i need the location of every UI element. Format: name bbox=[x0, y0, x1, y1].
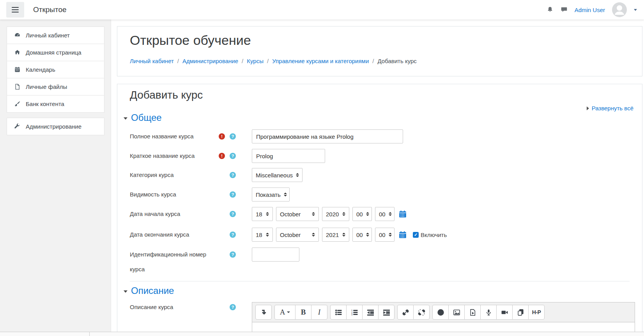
sidebar-item-label: Банк контента bbox=[26, 101, 64, 107]
idnumber-input[interactable] bbox=[252, 248, 299, 262]
toolbar-image-button[interactable] bbox=[448, 305, 465, 320]
moodle-add-course-page: Открытое Admin User bbox=[0, 0, 644, 336]
shortname-input[interactable] bbox=[252, 149, 325, 163]
home-icon bbox=[14, 49, 21, 56]
section-general-header[interactable]: Общее bbox=[124, 112, 162, 123]
startdate-day-select[interactable]: 18 bbox=[252, 207, 273, 221]
section-description-header[interactable]: Описание bbox=[124, 285, 174, 296]
sidebar-item-private-files[interactable]: Личные файлы bbox=[7, 78, 104, 95]
visibility-select[interactable]: Показать bbox=[252, 187, 290, 202]
file-icon bbox=[14, 83, 21, 90]
breadcrumb-separator: / bbox=[267, 58, 269, 64]
toolbar-bold-button[interactable]: B bbox=[295, 305, 311, 320]
toolbar-outdent-button[interactable] bbox=[362, 305, 379, 320]
description-textarea[interactable] bbox=[252, 322, 635, 332]
toolbar-italic-button[interactable]: I bbox=[311, 305, 327, 320]
atto-editor: A B I bbox=[252, 302, 635, 332]
section-divider bbox=[130, 281, 630, 281]
expand-all-link[interactable]: Развернуть всё bbox=[587, 105, 633, 111]
startdate-month-select[interactable]: October bbox=[276, 207, 319, 221]
enddate-enable-checkbox[interactable]: ✓ Включить bbox=[413, 232, 447, 238]
enddate-year-select[interactable]: 2021 bbox=[322, 228, 349, 242]
fullname-input[interactable] bbox=[252, 129, 403, 143]
help-icon[interactable]: ? bbox=[230, 211, 236, 217]
breadcrumb-link-manage-courses[interactable]: Управление курсами и категориями bbox=[272, 58, 369, 64]
toolbar-unlink-button[interactable] bbox=[413, 305, 430, 320]
collapse-arrow-down-icon bbox=[260, 309, 267, 316]
enddate-minute-select[interactable]: 00 bbox=[375, 228, 395, 242]
toolbar-media-button[interactable] bbox=[464, 305, 481, 320]
select-arrows-icon bbox=[342, 233, 345, 237]
toolbar-emoji-button[interactable] bbox=[432, 305, 449, 320]
toolbar-link-button[interactable] bbox=[397, 305, 414, 320]
breadcrumb-link-dashboard[interactable]: Личный кабинет bbox=[130, 58, 174, 64]
notifications-bell-icon[interactable] bbox=[547, 6, 554, 13]
toolbar-record-audio-button[interactable] bbox=[480, 305, 497, 320]
checkbox-checked-icon: ✓ bbox=[413, 232, 419, 238]
toolbar-indent-button[interactable] bbox=[378, 305, 395, 320]
sidebar-item-content-bank[interactable]: Банк контента bbox=[7, 95, 104, 113]
user-avatar[interactable] bbox=[612, 2, 627, 17]
nav-drawer: Личный кабинет Домашняя страница Календа… bbox=[0, 19, 111, 332]
messages-bubble-icon[interactable] bbox=[561, 6, 568, 13]
startdate-minute-select[interactable]: 00 bbox=[375, 207, 395, 221]
breadcrumb-current: Добавить курс bbox=[377, 58, 416, 64]
form-row-enddate: Дата окончания курса ? 18 October 2021 0… bbox=[117, 227, 642, 242]
collapse-arrow-icon bbox=[124, 290, 127, 293]
page-header-card: Открытое обучение Личный кабинет / Админ… bbox=[117, 26, 642, 76]
field-label: Категория курса bbox=[130, 168, 218, 182]
toolbar-record-video-button[interactable] bbox=[496, 305, 513, 320]
help-icon[interactable]: ? bbox=[230, 172, 236, 178]
toolbar-manage-files-button[interactable] bbox=[512, 305, 529, 320]
site-name-link[interactable]: Открытое bbox=[33, 0, 67, 19]
toolbar-collapse-button[interactable] bbox=[255, 305, 272, 320]
toolbar-ordered-list-button[interactable]: 123 bbox=[346, 305, 363, 320]
enddate-hour-select[interactable]: 00 bbox=[352, 228, 372, 242]
toolbar-font-style-button[interactable]: A bbox=[274, 305, 295, 320]
unlink-icon bbox=[418, 309, 425, 316]
emoji-smile-icon bbox=[437, 309, 444, 316]
enddate-month-select[interactable]: October bbox=[276, 228, 319, 242]
sidebar-item-label: Домашняя страница bbox=[26, 49, 81, 56]
calendar-picker-icon[interactable] bbox=[399, 210, 407, 218]
startdate-year-select[interactable]: 2020 bbox=[322, 207, 349, 221]
help-icon[interactable]: ? bbox=[230, 133, 236, 140]
select-arrows-icon bbox=[366, 212, 369, 216]
drawer-admin-group: Администрирование bbox=[7, 118, 104, 135]
help-icon[interactable]: ? bbox=[230, 304, 236, 310]
help-icon[interactable]: ? bbox=[230, 251, 236, 258]
breadcrumb-link-courses[interactable]: Курсы bbox=[247, 58, 264, 64]
field-label: Видимость курса bbox=[130, 187, 218, 202]
calendar-picker-icon[interactable] bbox=[399, 231, 407, 239]
user-menu-name[interactable]: Admin User bbox=[575, 7, 605, 13]
collapse-arrow-icon bbox=[124, 117, 127, 120]
help-icon[interactable]: ? bbox=[230, 191, 236, 198]
toolbar-unordered-list-button[interactable] bbox=[330, 305, 347, 320]
enddate-day-select[interactable]: 18 bbox=[252, 228, 273, 242]
select-arrows-icon bbox=[266, 233, 269, 237]
bullet-list-icon bbox=[335, 309, 342, 316]
field-label: Полное название курса bbox=[130, 129, 218, 144]
sidebar-item-dashboard[interactable]: Личный кабинет bbox=[7, 27, 104, 44]
form-row-category: Категория курса ? Miscellaneous bbox=[117, 168, 642, 182]
category-select[interactable]: Miscellaneous bbox=[252, 168, 303, 182]
select-arrows-icon bbox=[312, 212, 315, 216]
avatar-person-icon bbox=[612, 2, 627, 17]
wrench-icon bbox=[14, 123, 21, 130]
user-menu-caret-icon[interactable] bbox=[634, 9, 637, 11]
select-arrows-icon bbox=[296, 173, 299, 177]
sidebar-item-administration[interactable]: Администрирование bbox=[7, 118, 104, 135]
breadcrumb-separator: / bbox=[177, 58, 179, 64]
breadcrumb-link-administration[interactable]: Администрирование bbox=[182, 58, 238, 64]
menu-toggle-button[interactable] bbox=[6, 2, 24, 18]
help-icon[interactable]: ? bbox=[230, 153, 236, 159]
brush-icon bbox=[14, 101, 21, 107]
sidebar-item-calendar[interactable]: Календарь bbox=[7, 61, 104, 78]
help-icon[interactable]: ? bbox=[230, 232, 236, 238]
toolbar-h5p-button[interactable]: H-P bbox=[528, 305, 545, 320]
indent-icon bbox=[383, 309, 390, 316]
breadcrumb: Личный кабинет / Администрирование / Кур… bbox=[130, 58, 417, 64]
sidebar-item-home[interactable]: Домашняя страница bbox=[7, 44, 104, 61]
startdate-hour-select[interactable]: 00 bbox=[352, 207, 372, 221]
numbered-list-icon: 123 bbox=[351, 309, 358, 316]
